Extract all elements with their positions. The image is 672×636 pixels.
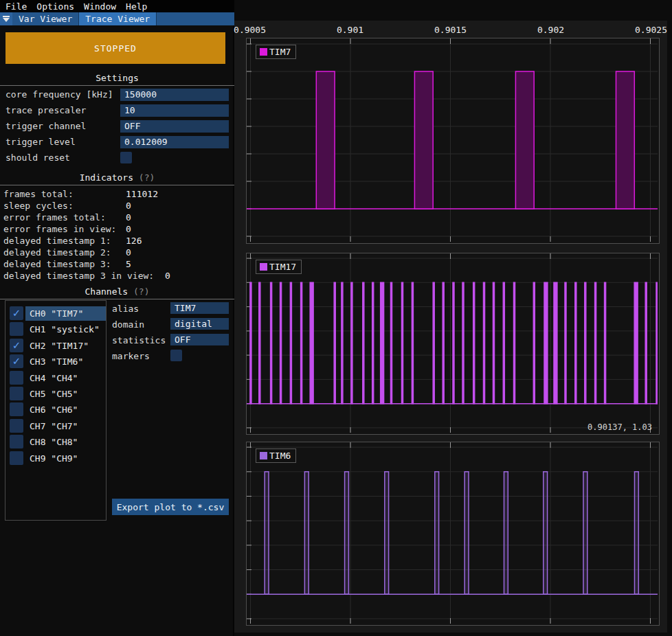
menu-options[interactable]: Options: [36, 1, 74, 12]
indicator-value-6: 5: [126, 258, 131, 270]
legend-label: TIM17: [269, 262, 296, 272]
channel-checkbox-ch9[interactable]: [10, 451, 23, 465]
plot-canvas[interactable]: [247, 38, 658, 242]
channel-checkbox-ch0[interactable]: ✓: [10, 306, 23, 320]
collapse-panel-icon[interactable]: [0, 12, 12, 25]
channel-item-ch5[interactable]: CH5 "CH5": [25, 387, 106, 401]
plot-panel: 0.90050.9010.90150.9020.9025 TIM7 TIM17 …: [234, 0, 672, 636]
channel-checkbox-ch4[interactable]: [10, 371, 23, 385]
setting-input-0[interactable]: 150000: [120, 89, 229, 101]
legend-swatch: [260, 452, 267, 459]
settings-title: Settings: [0, 73, 234, 83]
plot-canvas[interactable]: [247, 442, 658, 624]
tab-var-viewer[interactable]: Var Viewer: [12, 12, 79, 25]
left-panel: FileOptionsWindowHelp Var Viewer Trace V…: [0, 0, 234, 636]
channel-checkbox-ch2[interactable]: ✓: [10, 339, 23, 352]
indicator-label-1: sleep cycles:: [3, 200, 74, 212]
legend-tim6[interactable]: TIM6: [256, 448, 296, 463]
channel-checkbox-ch6[interactable]: [10, 402, 23, 416]
tab-bar: Var Viewer Trace Viewer: [0, 12, 234, 25]
plot-tim17[interactable]: TIM17 0.90137, 1.03: [246, 253, 660, 435]
indicators-help-label[interactable]: (?): [139, 172, 155, 183]
channel-checkbox-ch7[interactable]: [10, 419, 23, 433]
markers-checkbox[interactable]: [170, 350, 182, 361]
menu-file[interactable]: File: [5, 1, 27, 12]
channel-checkbox-ch3[interactable]: ✓: [10, 354, 23, 368]
channels-help-label[interactable]: (?): [133, 286, 149, 297]
alias-input[interactable]: TIM7: [170, 302, 229, 314]
x-tick-label-1: 0.901: [337, 25, 363, 35]
x-axis-labels: 0.90050.9010.90150.9020.9025: [234, 25, 667, 36]
should-reset-checkbox[interactable]: [120, 152, 132, 163]
channel-item-ch3[interactable]: CH3 "TIM6": [25, 354, 106, 369]
indicator-label-4: delayed timestamp 1:: [3, 235, 111, 247]
channel-item-ch0[interactable]: CH0 "TIM7": [25, 306, 106, 321]
legend-tim7[interactable]: TIM7: [256, 45, 296, 59]
menu-help[interactable]: Help: [126, 1, 147, 12]
channel-item-ch1[interactable]: CH1 "systick": [25, 322, 106, 337]
indicator-label-3: error frames in view:: [3, 223, 116, 235]
x-tick-label-3: 0.902: [537, 25, 564, 35]
indicator-label-6: delayed timestamp 3:: [3, 258, 111, 270]
indicator-value-2: 0: [126, 212, 131, 223]
collapse-icon-bar: [3, 16, 10, 17]
x-tick-label-2: 0.9015: [434, 25, 467, 35]
statistics-select[interactable]: OFF: [170, 334, 229, 345]
channels-title: Channels (?): [0, 286, 234, 297]
indicator-label-2: error frames total:: [3, 212, 106, 223]
channel-item-ch6[interactable]: CH6 "CH6": [25, 402, 106, 417]
legend-label: TIM6: [269, 451, 291, 461]
channel-item-ch8[interactable]: CH8 "CH8": [25, 435, 106, 449]
indicator-value-7: 0: [165, 270, 170, 282]
setting-input-1[interactable]: 10: [120, 104, 229, 117]
channels-separator: [0, 299, 234, 299]
plot-canvas[interactable]: [247, 253, 658, 433]
indicator-value-1: 0: [126, 200, 131, 212]
menu-bar: FileOptionsWindowHelp: [0, 0, 234, 12]
plot-tim6[interactable]: TIM6: [246, 442, 660, 626]
cursor-position-readout: 0.90137, 1.03: [587, 422, 652, 432]
setting-label-1: trace prescaler: [5, 104, 86, 117]
domain-label: domain: [112, 319, 144, 330]
indicators-separator: [0, 185, 234, 185]
legend-swatch: [260, 48, 267, 56]
setting-label-2: trigger channel: [5, 120, 86, 133]
statistics-label: statistics: [112, 334, 166, 346]
indicator-value-4: 126: [126, 235, 142, 247]
tab-trace-viewer[interactable]: Trace Viewer: [79, 12, 157, 25]
channel-item-ch7[interactable]: CH7 "CH7": [25, 419, 106, 433]
indicators-title: Indicators (?): [0, 172, 234, 183]
setting-input-3[interactable]: 0.012009: [120, 136, 229, 148]
channel-list[interactable]: ✓CH0 "TIM7"CH1 "systick"✓CH2 "TIM17"✓CH3…: [5, 300, 107, 521]
settings-separator: [0, 85, 234, 86]
export-csv-button[interactable]: Export plot to *.csv: [112, 499, 229, 515]
channel-item-ch4[interactable]: CH4 "CH4": [25, 371, 106, 385]
indicator-label-5: delayed timestamp 2:: [3, 247, 111, 258]
domain-select[interactable]: digital: [170, 318, 229, 330]
legend-label: TIM7: [269, 47, 291, 57]
legend-tim17[interactable]: TIM17: [256, 260, 302, 274]
x-tick-label-0: 0.9005: [234, 25, 266, 35]
x-tick-label-4: 0.9025: [635, 25, 667, 35]
indicator-label-7: delayed timestamp 3 in view:: [3, 270, 154, 282]
collapse-icon-triangle: [3, 18, 10, 22]
setting-label-0: core frequency [kHz]: [5, 89, 113, 101]
alias-label: alias: [112, 303, 139, 315]
indicator-label-0: frames total:: [3, 188, 74, 200]
channel-checkbox-ch1[interactable]: [10, 322, 23, 336]
markers-label: markers: [112, 350, 150, 362]
acquisition-state-button[interactable]: STOPPED: [5, 32, 225, 64]
channel-item-ch2[interactable]: CH2 "TIM17": [25, 339, 106, 353]
plots-container: 0.90050.9010.90150.9020.9025 TIM7 TIM17 …: [234, 21, 667, 633]
channel-item-ch9[interactable]: CH9 "CH9": [25, 451, 106, 466]
menu-window[interactable]: Window: [84, 1, 116, 12]
indicator-value-3: 0: [126, 223, 131, 235]
setting-input-2[interactable]: OFF: [120, 120, 229, 133]
legend-swatch: [260, 263, 267, 271]
channel-checkbox-ch5[interactable]: [10, 387, 23, 400]
indicator-value-0: 111012: [126, 188, 158, 200]
should-reset-label: should reset: [5, 152, 70, 164]
plot-tim7[interactable]: TIM7: [246, 38, 660, 244]
channel-checkbox-ch8[interactable]: [10, 435, 23, 448]
indicator-value-5: 0: [126, 247, 131, 258]
